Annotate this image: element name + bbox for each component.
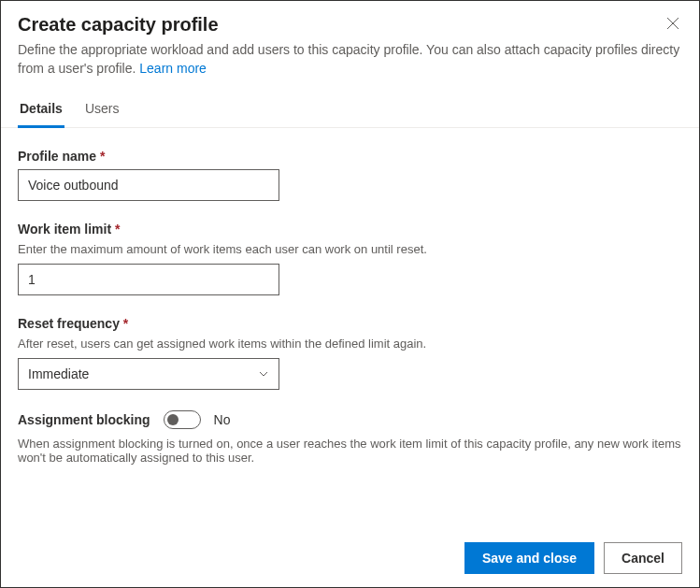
dialog-footer: Save and close Cancel	[1, 529, 699, 587]
tab-details[interactable]: Details	[18, 92, 64, 128]
assignment-blocking-toggle[interactable]	[164, 410, 201, 429]
reset-frequency-helper: After reset, users can get assigned work…	[18, 337, 682, 351]
learn-more-link[interactable]: Learn more	[139, 61, 207, 76]
tab-bar: Details Users	[1, 91, 699, 128]
form-content: Profile name * Work item limit * Enter t…	[1, 128, 699, 529]
toggle-thumb	[167, 414, 179, 425]
reset-frequency-select[interactable]: Immediate	[18, 358, 279, 390]
reset-frequency-label: Reset frequency *	[18, 316, 682, 331]
save-and-close-button[interactable]: Save and close	[464, 542, 594, 574]
field-assignment-blocking: Assignment blocking No When assignment b…	[18, 410, 682, 465]
tab-users[interactable]: Users	[83, 92, 121, 128]
assignment-blocking-helper: When assignment blocking is turned on, o…	[18, 437, 682, 465]
close-button[interactable]	[660, 10, 686, 36]
field-work-item-limit: Work item limit * Enter the maximum amou…	[18, 222, 682, 295]
dialog-header: Create capacity profile Define the appro…	[1, 1, 699, 91]
reset-frequency-value: Immediate	[28, 366, 89, 381]
field-profile-name: Profile name *	[18, 149, 682, 201]
chevron-down-icon	[258, 368, 269, 380]
assignment-blocking-label: Assignment blocking	[18, 412, 150, 427]
field-reset-frequency: Reset frequency * After reset, users can…	[18, 316, 682, 390]
profile-name-input[interactable]	[18, 169, 279, 201]
cancel-button[interactable]: Cancel	[604, 542, 682, 574]
subtitle-text: Define the appropriate workload and add …	[18, 42, 679, 76]
dialog-subtitle: Define the appropriate workload and add …	[18, 41, 682, 78]
work-item-limit-helper: Enter the maximum amount of work items e…	[18, 242, 682, 256]
assignment-blocking-state: No	[214, 412, 231, 427]
profile-name-label: Profile name *	[18, 149, 682, 164]
close-icon	[666, 17, 679, 30]
work-item-limit-input[interactable]	[18, 264, 279, 295]
dialog-title: Create capacity profile	[18, 14, 682, 36]
work-item-limit-label: Work item limit *	[18, 222, 682, 237]
